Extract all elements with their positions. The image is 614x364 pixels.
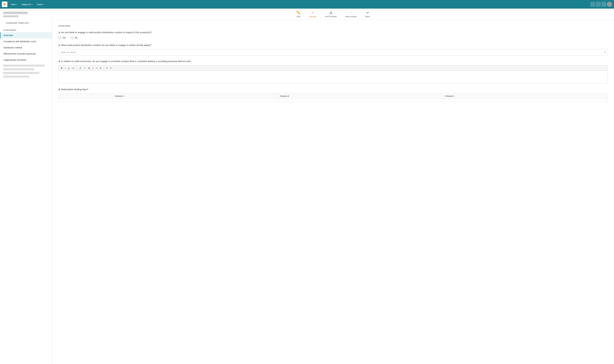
rte-toolbar: B I U </> 🔗 ↵ ⊞ ≡ ≡ ☰ ↺ ↻ [59, 65, 608, 71]
question-4-table: Column 1 Column 2 Column 3 [58, 93, 608, 102]
more-actions-button[interactable]: ··· More Actions [344, 10, 358, 18]
diligence-chevron-icon: ▾ [32, 3, 33, 5]
question-3: 3. In relation to retail consumers, do y… [58, 60, 608, 83]
main-layout: STANDARD TEMPLATE CATEGORIES Overview Co… [0, 9, 614, 364]
toolbar: ✏️ Edit ✓ Activate 🖨 Print Preview ··· M… [52, 9, 614, 20]
rte-code[interactable]: </> [71, 66, 76, 70]
sidebar-item-compliance[interactable]: Compliance with distribution cond... [0, 39, 52, 45]
new-chevron-icon: ▾ [16, 3, 17, 5]
question-2-text: 2. What retail product distribution cond… [58, 43, 608, 47]
question-4-text: 4. Redemption dealing days? [58, 88, 608, 91]
rte-quote[interactable]: ↵ [83, 66, 87, 70]
question-2: 2. What retail product distribution cond… [58, 43, 608, 55]
question-3-text: 3. In relation to retail consumers, do y… [58, 60, 608, 63]
sidebar-item-distribution[interactable]: Distribution method [0, 45, 52, 51]
rte-underline[interactable]: U [67, 66, 70, 70]
edit-icon: ✏️ [296, 11, 300, 15]
rte-redo[interactable]: ↻ [109, 66, 113, 70]
top-navigation: New ▾ Diligence ▾ Dash ▾ [0, 0, 614, 9]
rte-ordered-list[interactable]: ≡ [92, 66, 95, 70]
table-cell-0-3 [443, 99, 608, 102]
more-actions-label: More Actions [345, 15, 357, 18]
sidebar-item-overview[interactable]: Overview [0, 32, 52, 39]
back-icon: ↩ [366, 11, 369, 15]
sidebar-placeholder-2 [3, 15, 18, 17]
rte-image[interactable]: ⊞ [87, 66, 91, 70]
rte-link[interactable]: 🔗 [78, 66, 82, 70]
user-avatar[interactable] [607, 2, 612, 7]
table-col-1: Column 1 [113, 93, 278, 99]
question-1-text: 1. Are you likely to engage in retail pr… [58, 31, 608, 34]
radio-no[interactable]: No [71, 36, 78, 39]
table-col-3: Column 3 [443, 93, 608, 99]
rte-undo[interactable]: ↺ [105, 66, 109, 70]
diligence-menu-button[interactable]: Diligence ▾ [20, 2, 34, 7]
rte-body[interactable] [59, 71, 608, 83]
back-label: Back [365, 15, 370, 18]
new-menu-button[interactable]: New ▾ [9, 2, 19, 7]
table-cell-0-1 [113, 99, 278, 102]
dropdown-placeholder: Select an option [61, 51, 76, 53]
print-preview-label: Print Preview [325, 15, 337, 18]
radio-yes[interactable]: Yes [58, 36, 66, 39]
dropdown-arrow-icon: ▾ [604, 51, 606, 54]
table-cell-0-0 [59, 99, 113, 102]
rte-divider-1 [77, 67, 77, 69]
table-col-2: Column 2 [278, 93, 443, 99]
topnav-icon-1[interactable] [590, 2, 595, 7]
dash-chevron-icon: ▾ [43, 3, 44, 5]
edit-button[interactable]: ✏️ Edit [295, 10, 302, 18]
topnav-icon-2[interactable] [596, 2, 601, 7]
table-header-row: Column 1 Column 2 Column 3 [59, 93, 608, 99]
sidebar-placeholder-item-1 [3, 65, 45, 67]
topnav-icon-3[interactable] [601, 2, 606, 7]
rte-unordered-list[interactable]: ☰ [99, 66, 102, 70]
more-actions-icon: ··· [350, 11, 352, 15]
rte-italic[interactable]: I [64, 66, 67, 70]
radio-circle-yes [58, 36, 61, 39]
content-area: ✏️ Edit ✓ Activate 🖨 Print Preview ··· M… [52, 9, 614, 364]
sidebar-item-effectiveness[interactable]: Effectiveness of product governar... [0, 51, 52, 57]
print-preview-button[interactable]: 🖨 Print Preview [324, 10, 338, 18]
section-title: OVERVIEW [58, 25, 608, 27]
sidebar-placeholder-1 [3, 12, 28, 14]
question-1-options: Yes No [58, 36, 608, 39]
question-3-editor: B I U </> 🔗 ↵ ⊞ ≡ ≡ ☰ ↺ ↻ [58, 65, 608, 83]
sidebar: STANDARD TEMPLATE CATEGORIES Overview Co… [0, 9, 52, 364]
standard-template-label: STANDARD TEMPLATE [3, 20, 49, 25]
app-logo [2, 1, 7, 7]
rte-divider-2 [104, 67, 104, 69]
question-4: 4. Redemption dealing days? Column 1 Col… [58, 88, 608, 102]
rte-bold[interactable]: B [60, 66, 63, 70]
question-2-dropdown[interactable]: Select an option ▾ [58, 49, 608, 55]
table-col-0 [59, 93, 113, 99]
edit-label: Edit [297, 15, 300, 18]
table-row [59, 99, 608, 102]
rte-align[interactable]: ≡ [95, 66, 98, 70]
question-1: 1. Are you likely to engage in retail pr… [58, 31, 608, 39]
activate-button[interactable]: ✓ Activate [308, 10, 317, 18]
topnav-icons [590, 2, 612, 7]
print-icon: 🖨 [329, 11, 332, 15]
categories-label: CATEGORIES [0, 27, 52, 32]
sidebar-placeholder-item-2 [3, 68, 34, 70]
form-panel: OVERVIEW 1. Are you likely to engage in … [52, 20, 614, 364]
activate-label: Activate [309, 15, 316, 18]
back-button[interactable]: ↩ Back [364, 10, 371, 18]
sidebar-placeholder-item-4 [3, 76, 29, 78]
sidebar-header: STANDARD TEMPLATE [0, 9, 52, 27]
radio-circle-no [71, 36, 74, 39]
activate-icon: ✓ [311, 11, 314, 15]
sidebar-item-inappropriate[interactable]: Inappropriate incentives [0, 57, 52, 63]
sidebar-placeholder-item-3 [3, 72, 40, 74]
table-cell-0-2 [278, 99, 443, 102]
dash-menu-button[interactable]: Dash ▾ [35, 2, 46, 7]
